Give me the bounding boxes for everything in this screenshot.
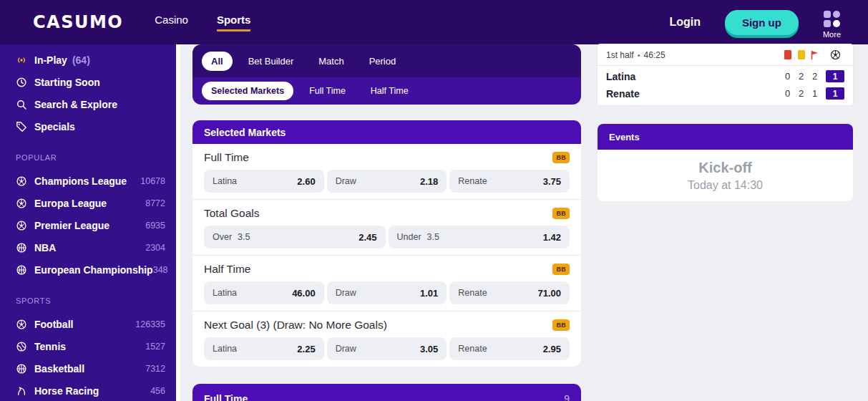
events-header: Events	[598, 124, 853, 150]
kickoff-label: Kick-off	[698, 160, 751, 176]
odds-value: 2.45	[359, 232, 376, 243]
sidebar-item-count: 8772	[145, 198, 165, 208]
odds-value: 71.00	[537, 288, 561, 299]
odds-value: 2.95	[543, 344, 561, 354]
odds-button-renate[interactable]: Renate71.00	[449, 281, 570, 304]
signup-button[interactable]: Sign up	[725, 10, 799, 35]
odds-button-under-3-5[interactable]: Under3.51.42	[389, 226, 570, 248]
filter-period[interactable]: Period	[360, 52, 406, 71]
bet-builder-badge: BB	[552, 152, 570, 163]
full-time-collapsed-panel[interactable]: Full Time 9	[192, 384, 581, 401]
filter-bet-builder[interactable]: Bet Builder	[239, 52, 303, 71]
sidebar-item-label: Premier League	[34, 220, 109, 231]
sidebar-item-search-explore[interactable]: Search & Explore	[0, 93, 176, 115]
nav-links: Casino Sports	[155, 14, 250, 32]
sidebar-item-horse-racing[interactable]: Horse Racing456	[0, 380, 176, 401]
sidebar-item-label: Europa League	[34, 198, 107, 209]
sidebar-item-specials[interactable]: Specials	[0, 115, 176, 137]
more-menu-button[interactable]: More	[823, 11, 841, 39]
sidebar-item-label: NBA	[34, 242, 56, 253]
sidebar-item-european-championship[interactable]: European Championship348	[0, 259, 176, 281]
sidebar-item-count: (64)	[72, 54, 90, 66]
nav-link-sports[interactable]: Sports	[217, 14, 251, 32]
sidebar-item-europa-league[interactable]: Europa League8772	[0, 192, 176, 214]
football-icon	[16, 175, 27, 187]
basketball-icon	[16, 264, 27, 276]
sidebar-item-in-play[interactable]: In-Play(64)	[0, 49, 176, 71]
filter-all[interactable]: All	[202, 52, 233, 71]
sidebar-item-nba[interactable]: NBA2304	[0, 236, 176, 259]
stat-column-icons	[781, 49, 844, 60]
sidebar-item-count: 456	[150, 386, 165, 396]
odds-button-draw[interactable]: Draw2.18	[327, 170, 447, 193]
odds-button-renate[interactable]: Renate3.75	[449, 170, 570, 193]
sidebar-item-label: Champions League	[34, 175, 127, 187]
filter-selected-markets[interactable]: Selected Markets	[202, 82, 293, 100]
market-section-total-goals: Total GoalsBBOver3.52.45Under3.51.42	[192, 200, 581, 256]
odds-selection: Under3.5	[397, 232, 439, 242]
odds-line: 3.5	[238, 232, 250, 242]
sidebar-item-football[interactable]: Football126335	[0, 313, 176, 335]
sidebar-item-label: Starting Soon	[34, 77, 100, 88]
odds-selection: Renate	[458, 344, 487, 354]
sidebar-item-count: 10678	[140, 176, 165, 186]
odds-selection: Renate	[458, 176, 487, 186]
market-filter-card: AllBet BuilderMatchPeriod Selected Marke…	[192, 44, 581, 105]
filter-match[interactable]: Match	[309, 52, 353, 71]
filter-half-time[interactable]: Half Time	[361, 82, 418, 100]
score-row-latina: Latina0221	[598, 69, 853, 83]
odds-button-draw[interactable]: Draw1.01	[327, 281, 447, 304]
odds-button-latina[interactable]: Latina46.00	[204, 281, 324, 304]
login-button[interactable]: Login	[669, 16, 701, 29]
live-icon	[16, 54, 27, 66]
bet-builder-badge: BB	[552, 264, 570, 275]
basketball-icon	[16, 242, 27, 253]
sidebar-item-premier-league[interactable]: Premier League6935	[0, 214, 176, 236]
casumo-logo[interactable]: CASUMO	[33, 12, 123, 32]
corners-count: 1	[808, 88, 821, 99]
nav-actions: Login Sign up More	[669, 6, 841, 39]
odds-value: 1.42	[543, 232, 561, 243]
bet-type-filter-row: AllBet BuilderMatchPeriod	[192, 44, 581, 77]
sidebar-item-label: European Championship	[34, 264, 153, 276]
odds-value: 46.00	[292, 288, 316, 299]
odds-selection: Latina	[213, 288, 237, 298]
odds-selection: Renate	[458, 288, 487, 298]
odds-button-over-3-5[interactable]: Over3.52.45	[204, 226, 386, 248]
odds-selection: Over3.5	[213, 232, 250, 242]
scoreboard: 1st half • 46:25 Latina0221Renate	[598, 44, 853, 105]
sidebar-item-tennis[interactable]: Tennis1527	[0, 335, 176, 357]
odds-button-latina[interactable]: Latina2.25	[204, 337, 324, 360]
soccer-ball-icon	[826, 49, 844, 60]
red-card-icon	[781, 50, 794, 59]
odds-button-renate[interactable]: Renate2.95	[449, 337, 570, 360]
sidebar-item-champions-league[interactable]: Champions League10678	[0, 170, 176, 192]
selected-markets-header: Selected Markets	[192, 120, 581, 144]
team-name: Latina	[606, 71, 635, 82]
sidebar-item-count: 7312	[145, 364, 165, 374]
market-title: Half Time	[204, 263, 250, 276]
match-period: 1st half	[606, 50, 634, 60]
sidebar-item-starting-soon[interactable]: Starting Soon	[0, 71, 176, 93]
nav-link-casino[interactable]: Casino	[155, 14, 188, 32]
sidebar-item-count: 2304	[145, 243, 165, 253]
sidebar-item-basketball[interactable]: Basketball7312	[0, 357, 176, 380]
selected-markets-panel: Full TimeBBLatina2.60Draw2.18Renate3.75T…	[192, 144, 581, 367]
sports-section-label: SPORTS	[0, 296, 176, 306]
score-row-renate: Renate0211	[598, 87, 853, 100]
odds-button-draw[interactable]: Draw3.05	[327, 337, 447, 360]
scoreboard-header: 1st half • 46:25	[598, 44, 853, 66]
sidebar-item-label: Football	[34, 319, 73, 330]
filter-full-time[interactable]: Full Time	[300, 82, 355, 100]
odds-selection: Latina	[213, 344, 237, 354]
bet-builder-badge: BB	[552, 208, 570, 219]
kickoff-time: Today at 14:30	[688, 179, 763, 192]
odds-value: 2.25	[297, 344, 315, 354]
more-grid-icon	[824, 11, 840, 27]
sidebar-item-label: Search & Explore	[34, 99, 117, 110]
more-label: More	[823, 30, 841, 39]
odds-button-latina[interactable]: Latina2.60	[204, 170, 324, 193]
sidebar-top-group: In-Play(64)Starting SoonSearch & Explore…	[0, 49, 176, 137]
red-cards-count: 0	[781, 71, 794, 82]
events-panel: Kick-off Today at 14:30	[598, 150, 853, 201]
